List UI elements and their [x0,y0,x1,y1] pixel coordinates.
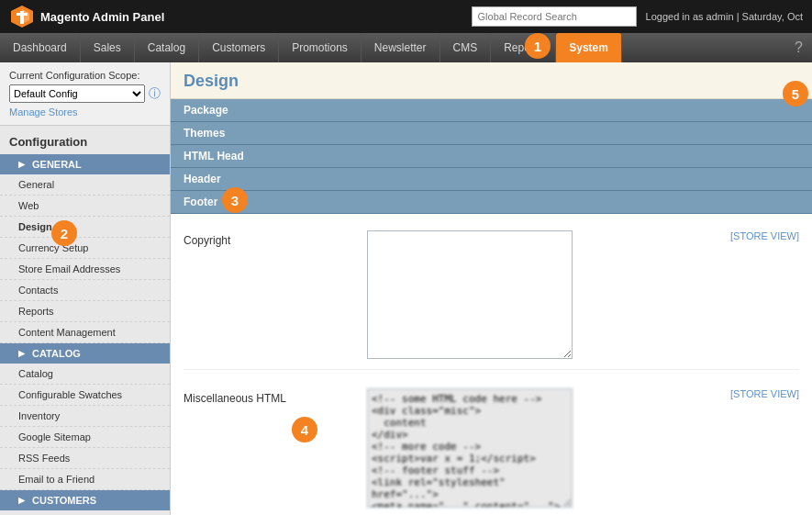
misc-html-textarea[interactable] [367,388,573,508]
app-header: Magento Admin Panel Logged in as admin |… [0,0,812,33]
sidebar-item-general[interactable]: General [0,174,170,196]
nav-catalog[interactable]: Catalog [135,33,199,62]
sidebar-section-customers[interactable]: ▶ CUSTOMERS [0,490,170,510]
nav-dashboard[interactable]: Dashboard [0,33,81,62]
sidebar-section-general[interactable]: ▶ GENERAL [0,154,170,174]
step-badge-2: 2 [51,220,77,246]
nav-help-icon[interactable]: ? [785,33,812,62]
copyright-store-view-link[interactable]: [STORE VIEW] [730,230,799,241]
section-bar-footer[interactable]: Footer [171,191,812,214]
app-title: Magento Admin Panel [40,10,164,24]
sidebar-item-design[interactable]: Design [0,217,170,238]
footer-config-section: Copyright [STORE VIEW] Miscellaneous HTM… [171,214,812,515]
sidebar-item-email-friend[interactable]: Email to a Friend [0,469,170,490]
sidebar-section-catalog[interactable]: ▶ CATALOG [0,343,170,364]
section-bar-html-head[interactable]: HTML Head [171,145,812,168]
sidebar-item-google-sitemap[interactable]: Google Sitemap [0,427,170,448]
section-bar-themes[interactable]: Themes [171,122,812,145]
main-layout: Current Configuration Scope: Default Con… [0,62,812,515]
scope-section: Current Configuration Scope: Default Con… [0,62,170,126]
sidebar-item-store-email[interactable]: Store Email Addresses [0,259,170,280]
copyright-field-row: Copyright [STORE VIEW] [184,223,799,370]
nav-customers[interactable]: Customers [199,33,279,62]
config-heading: Configuration [0,126,170,154]
sidebar-item-inventory[interactable]: Inventory [0,406,170,427]
sidebar-item-configurable-swatches[interactable]: Configurable Swatches [0,385,170,406]
logo-area: Magento Admin Panel [9,4,164,29]
step-badge-1: 1 [525,33,551,59]
nav-sales[interactable]: Sales [81,33,135,62]
step-badge-3: 3 [222,187,248,213]
copyright-textarea[interactable] [367,230,573,359]
sidebar-item-currency-setup[interactable]: Currency Setup [0,238,170,259]
global-search-input[interactable] [472,6,637,27]
sidebar-item-content-mgmt[interactable]: Content Management [0,322,170,343]
section-bar-package[interactable]: Package [171,99,812,122]
catalog-items: Catalog Configurable Swatches Inventory … [0,364,170,490]
main-navigation: Dashboard Sales Catalog Customers Promot… [0,33,812,62]
scope-row: Default Config ⓘ [9,84,161,103]
nav-promotions[interactable]: Promotions [279,33,362,62]
nav-system[interactable]: System [556,33,622,62]
scope-label: Current Configuration Scope: [9,70,161,81]
scope-select[interactable]: Default Config [9,84,145,103]
nav-newsletter[interactable]: Newsletter [362,33,440,62]
header-right: Logged in as admin | Saturday, Oct [472,6,803,27]
catalog-arrow-icon: ▶ [18,349,25,358]
nav-cms[interactable]: CMS [440,33,492,62]
sidebar-item-reports[interactable]: Reports [0,301,170,322]
manage-stores-link[interactable]: Manage Stores [9,106,161,118]
step-badge-5: 5 [783,81,808,106]
sidebar-item-rss-feeds[interactable]: RSS Feeds [0,448,170,469]
copyright-control [367,230,721,362]
misc-html-field-row: Miscellaneous HTML * This will be displa… [184,381,799,515]
general-arrow-icon: ▶ [18,160,25,169]
sidebar-item-contacts[interactable]: Contacts [0,280,170,301]
misc-html-label: Miscellaneous HTML [184,388,367,405]
customers-arrow-icon: ▶ [18,496,25,505]
misc-html-control: * This will be displayed just before bod… [367,388,721,515]
page-title: Design [184,72,239,91]
sidebar: Current Configuration Scope: Default Con… [0,62,171,515]
magento-logo-icon [9,4,35,29]
copyright-label: Copyright [184,230,367,247]
scope-help-icon[interactable]: ⓘ [149,85,161,102]
sidebar-item-web[interactable]: Web [0,196,170,217]
sidebar-item-catalog[interactable]: Catalog [0,364,170,385]
logged-in-label: Logged in as admin | Saturday, Oct [646,11,803,22]
section-bar-header[interactable]: Header [171,168,812,191]
step-badge-4: 4 [292,417,317,442]
content-header: Design [171,62,812,99]
svg-rect-3 [17,13,28,16]
content-area: Design Package Themes HTML Head Header F… [171,62,812,515]
misc-html-store-view-link[interactable]: [STORE VIEW] [730,388,799,399]
general-items: General Web Design Currency Setup Store … [0,174,170,343]
